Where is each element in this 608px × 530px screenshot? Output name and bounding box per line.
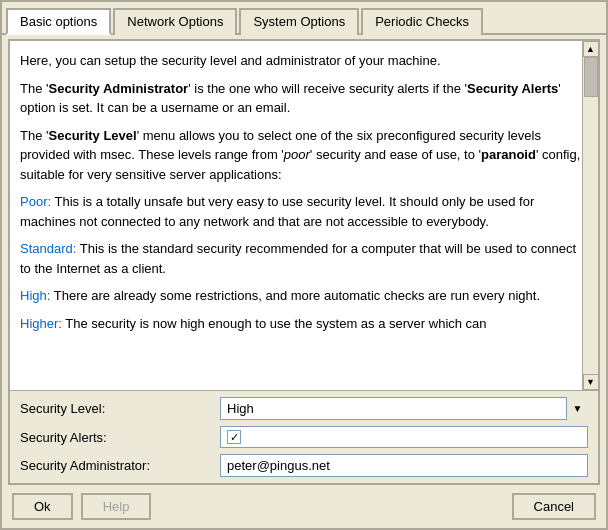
security-level-control: High Poor Standard Higher Paranoid ▼: [220, 397, 588, 420]
security-level-label: Security Level:: [20, 401, 220, 416]
poor-em: poor: [284, 147, 310, 162]
scroll-up-button[interactable]: ▲: [583, 41, 599, 57]
security-admin-row: Security Administrator:: [20, 454, 588, 477]
security-alerts-control: ✓: [220, 426, 588, 448]
level-paragraph: The 'Security Level' menu allows you to …: [20, 126, 584, 185]
tab-bar: Basic options Network Options System Opt…: [2, 2, 606, 35]
security-alerts-checkbox-area[interactable]: ✓: [220, 426, 588, 448]
scroll-area: Here, you can setup the security level a…: [10, 41, 598, 390]
tab-system-options[interactable]: System Options: [239, 8, 359, 35]
higher-text: The security is now high enough to use t…: [62, 316, 487, 331]
tab-periodic-checks[interactable]: Periodic Checks: [361, 8, 483, 35]
poor-paragraph: Poor: This is a totally unsafe but very …: [20, 192, 584, 231]
level-bold: Security Level: [49, 128, 137, 143]
poor-label: Poor:: [20, 194, 51, 209]
paranoid-bold: paranoid: [481, 147, 536, 162]
tab-basic-options[interactable]: Basic options: [6, 8, 111, 35]
content-area: Here, you can setup the security level a…: [8, 39, 600, 485]
poor-text: This is a totally unsafe but very easy t…: [20, 194, 534, 229]
admin-bold: Security Administrator: [49, 81, 189, 96]
standard-paragraph: Standard: This is the standard security …: [20, 239, 584, 278]
high-paragraph: High: There are already some restriction…: [20, 286, 584, 306]
intro-paragraph: Here, you can setup the security level a…: [20, 51, 584, 71]
ok-button[interactable]: Ok: [12, 493, 73, 520]
scrollbar[interactable]: ▲ ▼: [582, 41, 598, 390]
high-text: There are already some restrictions, and…: [50, 288, 540, 303]
higher-paragraph: Higher: The security is now high enough …: [20, 314, 584, 334]
high-label: High:: [20, 288, 50, 303]
admin-paragraph: The 'Security Administrator' is the one …: [20, 79, 584, 118]
description-text: Here, you can setup the security level a…: [20, 51, 584, 333]
security-level-select-wrapper: High Poor Standard Higher Paranoid ▼: [220, 397, 588, 420]
cancel-button[interactable]: Cancel: [512, 493, 596, 520]
form-section: Security Level: High Poor Standard Highe…: [10, 390, 598, 483]
scroll-down-button[interactable]: ▼: [583, 374, 599, 390]
main-window: Basic options Network Options System Opt…: [0, 0, 608, 530]
security-level-select[interactable]: High Poor Standard Higher Paranoid: [220, 397, 588, 420]
standard-label: Standard:: [20, 241, 76, 256]
security-admin-input[interactable]: [220, 454, 588, 477]
security-level-row: Security Level: High Poor Standard Highe…: [20, 397, 588, 420]
help-button[interactable]: Help: [81, 493, 152, 520]
button-bar: Ok Help Cancel: [2, 485, 606, 528]
security-alerts-checkbox[interactable]: ✓: [227, 430, 241, 444]
scrollbar-thumb[interactable]: [584, 57, 598, 97]
higher-label: Higher:: [20, 316, 62, 331]
security-admin-label: Security Administrator:: [20, 458, 220, 473]
alerts-bold: Security Alerts: [467, 81, 558, 96]
security-alerts-row: Security Alerts: ✓: [20, 426, 588, 448]
security-alerts-label: Security Alerts:: [20, 430, 220, 445]
tab-network-options[interactable]: Network Options: [113, 8, 237, 35]
security-admin-control: [220, 454, 588, 477]
scrollbar-track[interactable]: [583, 57, 598, 374]
left-buttons: Ok Help: [12, 493, 151, 520]
standard-text: This is the standard security recommende…: [20, 241, 576, 276]
